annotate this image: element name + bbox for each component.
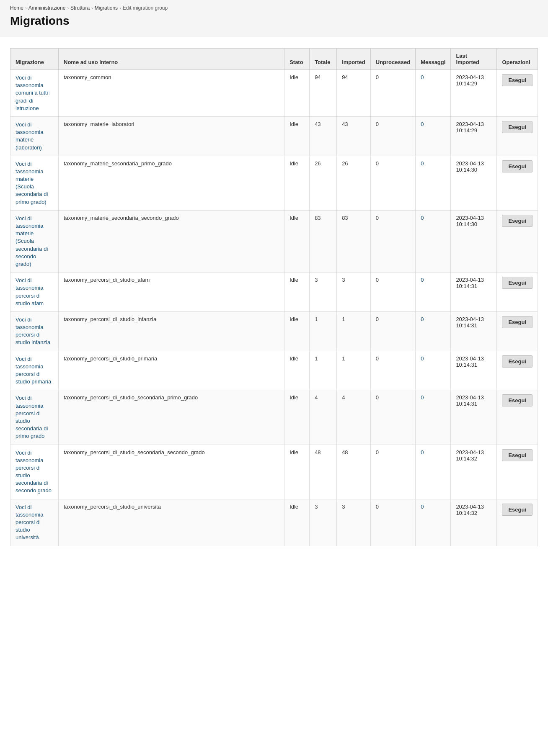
migration-link-0[interactable]: Voci di tassonomia comuni a tutti i grad… — [16, 75, 51, 111]
migration-link-2[interactable]: Voci di tassonomia materie (Scuola secon… — [16, 161, 48, 205]
cell-migrazione-9: Voci di tassonomia percorsi di studio un… — [10, 499, 59, 546]
breadcrumb-struttura[interactable]: Struttura — [70, 5, 90, 11]
esegui-button-6[interactable]: Esegui — [502, 355, 532, 368]
messages-link-1[interactable]: 0 — [421, 121, 424, 127]
cell-migrazione-0: Voci di tassonomia comuni a tutti i grad… — [10, 70, 59, 117]
cell-messaggi-7: 0 — [416, 390, 451, 445]
cell-imported-2: 26 — [337, 156, 371, 210]
cell-unprocessed-5: 0 — [370, 311, 415, 351]
cell-totale-5: 1 — [310, 311, 337, 351]
table-row: Voci di tassonomia percorsi di studio se… — [10, 390, 538, 445]
esegui-button-1[interactable]: Esegui — [502, 121, 532, 133]
messages-link-5[interactable]: 0 — [421, 316, 424, 322]
table-row: Voci di tassonomia comuni a tutti i grad… — [10, 70, 538, 117]
messages-link-7[interactable]: 0 — [421, 394, 424, 401]
cell-operazioni-5: Esegui — [497, 311, 538, 351]
cell-last-imported-9: 2023-04-13 10:14:32 — [451, 499, 497, 546]
cell-last-imported-1: 2023-04-13 10:14:29 — [451, 116, 497, 156]
messages-link-3[interactable]: 0 — [421, 215, 424, 221]
cell-migrazione-4: Voci di tassonomia percorsi di studio af… — [10, 273, 59, 312]
table-row: Voci di tassonomia materie (Scuola secon… — [10, 156, 538, 210]
esegui-button-0[interactable]: Esegui — [502, 74, 532, 86]
esegui-button-9[interactable]: Esegui — [502, 504, 532, 516]
cell-messaggi-8: 0 — [416, 445, 451, 499]
cell-last-imported-6: 2023-04-13 10:14:31 — [451, 351, 497, 390]
cell-imported-3: 83 — [337, 210, 371, 272]
table-row: Voci di tassonomia percorsi di studio un… — [10, 499, 538, 546]
cell-stato-3: Idle — [284, 210, 310, 272]
esegui-button-2[interactable]: Esegui — [502, 160, 532, 172]
cell-imported-0: 94 — [337, 70, 371, 117]
col-header-nome: Nome ad uso interno — [59, 49, 284, 70]
table-row: Voci di tassonomia percorsi di studio af… — [10, 273, 538, 312]
cell-last-imported-3: 2023-04-13 10:14:30 — [451, 210, 497, 272]
breadcrumb-migrations[interactable]: Migrations — [95, 5, 118, 11]
messages-link-4[interactable]: 0 — [421, 277, 424, 283]
col-header-unprocessed: Unprocessed — [370, 49, 415, 70]
cell-totale-2: 26 — [310, 156, 337, 210]
messages-link-6[interactable]: 0 — [421, 355, 424, 362]
cell-migrazione-2: Voci di tassonomia materie (Scuola secon… — [10, 156, 59, 210]
cell-totale-3: 83 — [310, 210, 337, 272]
esegui-button-7[interactable]: Esegui — [502, 394, 532, 406]
breadcrumb-amministrazione[interactable]: Amministrazione — [28, 5, 66, 11]
migration-link-3[interactable]: Voci di tassonomia materie (Scuola secon… — [16, 215, 48, 267]
messages-link-9[interactable]: 0 — [421, 504, 424, 510]
esegui-button-8[interactable]: Esegui — [502, 449, 532, 461]
cell-nome-7: taxonomy_percorsi_di_studio_secondaria_p… — [59, 390, 284, 445]
cell-messaggi-2: 0 — [416, 156, 451, 210]
cell-imported-4: 3 — [337, 273, 371, 312]
cell-messaggi-4: 0 — [416, 273, 451, 312]
col-header-last-imported: Last Imported — [451, 49, 497, 70]
cell-totale-8: 48 — [310, 445, 337, 499]
migration-link-8[interactable]: Voci di tassonomia percorsi di studio se… — [16, 450, 52, 494]
cell-totale-6: 1 — [310, 351, 337, 390]
cell-nome-3: taxonomy_materie_secondaria_secondo_grad… — [59, 210, 284, 272]
esegui-button-5[interactable]: Esegui — [502, 316, 532, 328]
cell-imported-9: 3 — [337, 499, 371, 546]
breadcrumb-sep-2: › — [67, 5, 69, 10]
cell-stato-5: Idle — [284, 311, 310, 351]
cell-unprocessed-3: 0 — [370, 210, 415, 272]
cell-unprocessed-7: 0 — [370, 390, 415, 445]
breadcrumb: Home › Amministrazione › Struttura › Mig… — [10, 5, 538, 11]
migrations-table: Migrazione Nome ad uso interno Stato Tot… — [10, 48, 538, 546]
cell-unprocessed-8: 0 — [370, 445, 415, 499]
cell-nome-2: taxonomy_materie_secondaria_primo_grado — [59, 156, 284, 210]
cell-messaggi-5: 0 — [416, 311, 451, 351]
cell-operazioni-4: Esegui — [497, 273, 538, 312]
esegui-button-3[interactable]: Esegui — [502, 215, 532, 227]
cell-messaggi-0: 0 — [416, 70, 451, 117]
migration-link-6[interactable]: Voci di tassonomia percorsi di studio pr… — [16, 356, 51, 385]
cell-totale-7: 4 — [310, 390, 337, 445]
migration-link-7[interactable]: Voci di tassonomia percorsi di studio se… — [16, 395, 48, 439]
cell-messaggi-1: 0 — [416, 116, 451, 156]
cell-messaggi-6: 0 — [416, 351, 451, 390]
breadcrumb-sep-3: › — [91, 5, 93, 10]
cell-operazioni-9: Esegui — [497, 499, 538, 546]
cell-stato-2: Idle — [284, 156, 310, 210]
breadcrumb-home[interactable]: Home — [10, 5, 23, 11]
messages-link-2[interactable]: 0 — [421, 160, 424, 167]
cell-migrazione-3: Voci di tassonomia materie (Scuola secon… — [10, 210, 59, 272]
migration-link-9[interactable]: Voci di tassonomia percorsi di studio un… — [16, 504, 43, 541]
cell-totale-0: 94 — [310, 70, 337, 117]
table-row: Voci di tassonomia materie (Scuola secon… — [10, 210, 538, 272]
cell-stato-8: Idle — [284, 445, 310, 499]
cell-imported-5: 1 — [337, 311, 371, 351]
cell-migrazione-5: Voci di tassonomia percorsi di studio in… — [10, 311, 59, 351]
migration-link-5[interactable]: Voci di tassonomia percorsi di studio in… — [16, 316, 50, 346]
cell-operazioni-7: Esegui — [497, 390, 538, 445]
messages-link-0[interactable]: 0 — [421, 74, 424, 80]
cell-nome-8: taxonomy_percorsi_di_studio_secondaria_s… — [59, 445, 284, 499]
messages-link-8[interactable]: 0 — [421, 449, 424, 455]
cell-unprocessed-1: 0 — [370, 116, 415, 156]
cell-unprocessed-4: 0 — [370, 273, 415, 312]
esegui-button-4[interactable]: Esegui — [502, 277, 532, 289]
col-header-totale: Totale — [310, 49, 337, 70]
migration-link-1[interactable]: Voci di tassonomia materie (laboratori) — [16, 121, 43, 151]
cell-last-imported-0: 2023-04-13 10:14:29 — [451, 70, 497, 117]
breadcrumb-sep-4: › — [119, 5, 121, 10]
migration-link-4[interactable]: Voci di tassonomia percorsi di studio af… — [16, 277, 44, 306]
cell-nome-6: taxonomy_percorsi_di_studio_primaria — [59, 351, 284, 390]
